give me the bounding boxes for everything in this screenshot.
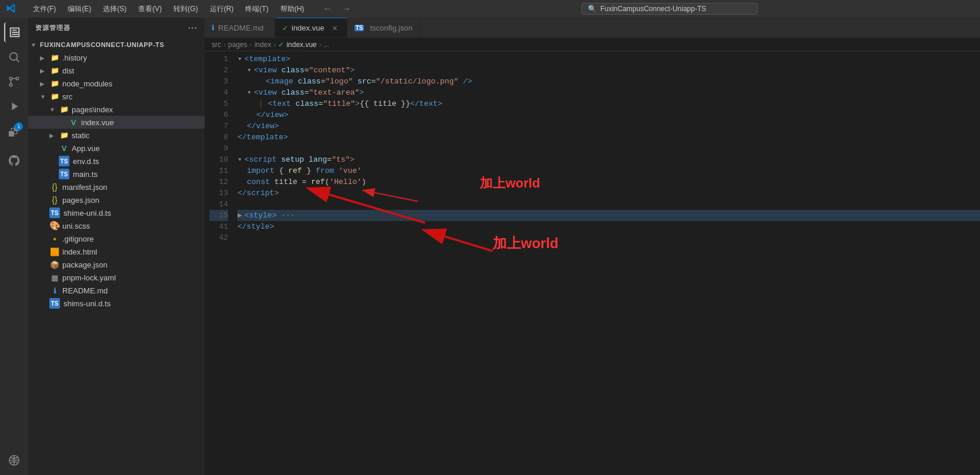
svg-point-1	[10, 53, 18, 61]
nav-forward-button[interactable]: →	[339, 2, 353, 15]
pages-json-file-icon: {}	[49, 195, 60, 205]
tree-item-app-vue[interactable]: V App.vue	[28, 142, 205, 155]
dist-arrow-icon: ▶	[40, 68, 49, 74]
tree-item-pages-json[interactable]: {} pages.json	[28, 193, 205, 206]
tree-root[interactable]: ▼ FUXINCAMPUSCONNECT-UNIAPP-TS	[28, 38, 205, 51]
fold-icon-1[interactable]: ▾	[238, 53, 242, 65]
code-content[interactable]: ▾<template> ▾<view class="content"> <ima…	[233, 51, 980, 475]
activity-github[interactable]	[4, 150, 24, 170]
code-editor[interactable]: 1 2 3 4 5 6 7 8 9 10 11 12 13 14 15 41 4…	[205, 51, 980, 475]
tree-item-package-json[interactable]: 📦 package.json	[28, 258, 205, 271]
fold-icon-10[interactable]: ▾	[238, 154, 242, 165]
activity-source-control[interactable]	[4, 72, 24, 92]
main-ts-label: main.ts	[73, 170, 98, 179]
tree-item-node-modules[interactable]: ▶ 📁 node_modules	[28, 77, 205, 90]
menu-goto[interactable]: 转到(G)	[169, 3, 202, 15]
tree-item-manifest-json[interactable]: {} manifest.json	[28, 180, 205, 193]
shims-dts-file-icon: TS	[49, 298, 60, 309]
code-line-1: ▾<template>	[238, 53, 980, 65]
search-area: 🔍 FuxinCampusConnect-Uniapp-TS	[365, 3, 974, 15]
tree-item-gitignore[interactable]: 🔸 .gitignore	[28, 232, 205, 245]
menu-terminal[interactable]: 终端(T)	[240, 3, 273, 15]
tree-item-static[interactable]: ▶ 📁 static	[28, 129, 205, 142]
readme-tab-label: README.md	[218, 24, 263, 32]
breadcrumb-src[interactable]: src	[212, 41, 221, 49]
activity-explorer[interactable]	[4, 22, 24, 42]
svg-point-4	[9, 77, 12, 80]
code-line-13: </script>	[238, 188, 980, 199]
breadcrumb-sep-3: ›	[273, 41, 276, 49]
breadcrumb-index[interactable]: index	[255, 41, 272, 49]
tab-readme[interactable]: ℹ README.md	[205, 18, 275, 38]
tree-item-index-html[interactable]: 🟧 index.html	[28, 245, 205, 258]
code-line-15: ▶<style> ···	[238, 210, 980, 221]
tree-item-shims-dts[interactable]: TS shims-uni.d.ts	[28, 297, 205, 310]
svg-point-5	[16, 77, 19, 80]
menu-help[interactable]: 帮助(H)	[276, 3, 309, 15]
activity-extensions[interactable]: 1	[4, 121, 24, 141]
tree-item-index-vue[interactable]: V index.vue	[28, 116, 205, 129]
activity-search[interactable]	[4, 47, 24, 67]
index-vue-tab-close[interactable]: ×	[330, 24, 340, 33]
tree-item-main-ts[interactable]: TS main.ts	[28, 168, 205, 180]
breadcrumb-sep-2: ›	[250, 41, 252, 49]
index-vue-label: index.vue	[81, 118, 114, 127]
app-vue-file-icon: V	[59, 143, 69, 153]
pages-json-label: pages.json	[62, 196, 99, 205]
shime-dts-file-icon: TS	[49, 208, 60, 218]
pnpm-lock-file-icon: ▦	[49, 272, 60, 283]
code-line-9	[238, 143, 980, 154]
breadcrumb-pages[interactable]: pages	[228, 41, 247, 49]
menu-run[interactable]: 运行(R)	[205, 3, 239, 15]
vscode-logo-icon	[6, 3, 16, 15]
tree-item-shime-dts[interactable]: TS shime-uni.d.ts	[28, 206, 205, 219]
breadcrumb-sep-1: ›	[223, 41, 226, 49]
tree-item-pages-index[interactable]: ▼ 📁 pages\index	[28, 103, 205, 116]
line-numbers: 1 2 3 4 5 6 7 8 9 10 11 12 13 14 15 41 4…	[205, 51, 233, 475]
index-vue-tab-icon: ✓	[282, 24, 288, 32]
fold-icon-2[interactable]: ▾	[247, 65, 252, 76]
uni-scss-label: uni.scss	[62, 222, 90, 230]
readme-label: README.md	[62, 286, 108, 295]
tab-index-vue[interactable]: ✓ index.vue ×	[275, 18, 347, 38]
menu-edit[interactable]: 编辑(E)	[63, 3, 96, 15]
fold-icon-15[interactable]: ▶	[238, 210, 242, 221]
sidebar-header: 资源管理器 ···	[28, 18, 205, 38]
tree-item-env-dts[interactable]: TS env.d.ts	[28, 155, 205, 168]
global-search-box[interactable]: 🔍 FuxinCampusConnect-Uniapp-TS	[581, 3, 758, 15]
code-line-8: </template>	[238, 132, 980, 143]
nav-back-button[interactable]: ←	[320, 2, 335, 15]
breadcrumb-file: index.vue	[286, 41, 316, 49]
tree-item-uni-scss[interactable]: 🎨 uni.scss	[28, 219, 205, 232]
breadcrumb-ellipsis[interactable]: ...	[324, 41, 330, 49]
menu-select[interactable]: 选择(S)	[98, 3, 131, 15]
code-line-41: </style>	[238, 221, 980, 232]
code-line-7: </view>	[238, 121, 980, 132]
search-icon: 🔍	[588, 5, 597, 13]
menu-bar: 文件(F) 编辑(E) 选择(S) 查看(V) 转到(G) 运行(R) 终端(T…	[28, 3, 309, 15]
editor-area: ℹ README.md ✓ index.vue × TS tsconfig.js…	[205, 18, 980, 475]
fold-icon-4[interactable]: ▾	[247, 87, 252, 98]
static-arrow-icon: ▶	[49, 132, 59, 139]
node-modules-arrow-icon: ▶	[40, 81, 49, 87]
menu-view[interactable]: 查看(V)	[133, 3, 166, 15]
tree-item-history[interactable]: ▶ 📁 .history	[28, 51, 205, 64]
nav-buttons: ← →	[320, 2, 353, 15]
history-label: .history	[62, 53, 87, 62]
code-line-10: ▾<script setup lang="ts">	[238, 154, 980, 165]
tree-item-dist[interactable]: ▶ 📁 dist	[28, 64, 205, 77]
root-label: FUXINCAMPUSCONNECT-UNIAPP-TS	[40, 41, 164, 48]
tree-item-pnpm-lock[interactable]: ▦ pnpm-lock.yaml	[28, 271, 205, 284]
static-label: static	[72, 131, 89, 140]
code-line-11: import { ref } from 'vue'	[238, 165, 980, 176]
env-dts-file-icon: TS	[59, 156, 69, 166]
activity-remote[interactable]	[4, 450, 24, 470]
sidebar-more-button[interactable]: ···	[188, 23, 198, 34]
activity-run-debug[interactable]	[4, 96, 24, 116]
tree-item-src[interactable]: ▼ 📁 src	[28, 90, 205, 103]
tab-tsconfig[interactable]: TS tsconfig.json	[347, 18, 420, 38]
menu-file[interactable]: 文件(F)	[28, 3, 61, 15]
src-arrow-icon: ▼	[40, 93, 49, 100]
code-line-14	[238, 199, 980, 210]
tree-item-readme[interactable]: ℹ README.md	[28, 284, 205, 297]
